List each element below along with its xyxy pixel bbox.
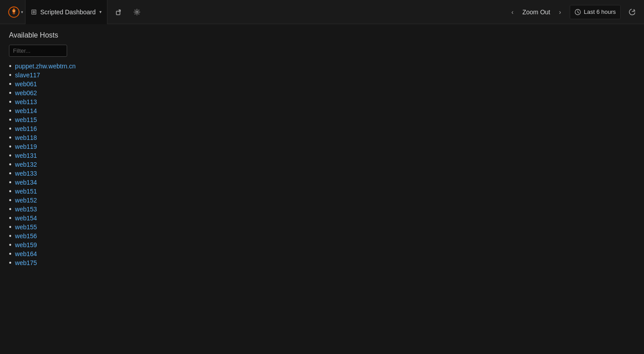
list-item: slave117 [9, 71, 635, 79]
host-link[interactable]: puppet.zhw.webtrn.cn [15, 63, 76, 70]
svg-rect-2 [116, 11, 120, 15]
host-link[interactable]: web151 [15, 188, 37, 195]
topnav: ▾ ⊞ Scripted Dashboard ▾ [0, 0, 644, 24]
host-link[interactable]: web113 [15, 98, 37, 105]
list-item: web159 [9, 241, 635, 249]
refresh-button[interactable] [624, 5, 639, 19]
time-range-label: Last 6 hours [584, 8, 616, 15]
host-link[interactable]: web152 [15, 197, 37, 204]
host-link[interactable]: web061 [15, 80, 37, 88]
filter-input[interactable] [9, 45, 67, 57]
list-item: web113 [9, 98, 635, 106]
host-link[interactable]: web131 [15, 152, 37, 159]
list-item: web151 [9, 187, 635, 195]
list-item: web152 [9, 196, 635, 204]
zoom-forward-button[interactable]: › [554, 6, 566, 18]
host-link[interactable]: web115 [15, 116, 37, 123]
logo-dropdown-arrow: ▾ [21, 10, 23, 14]
svg-point-1 [13, 12, 15, 14]
list-item: web116 [9, 125, 635, 133]
list-item: web153 [9, 205, 635, 213]
settings-button[interactable] [129, 4, 145, 20]
host-link[interactable]: web133 [15, 170, 37, 177]
dashboard-dropdown-arrow: ▾ [99, 9, 102, 14]
sidebar-drag-handle[interactable] [0, 24, 4, 354]
host-link[interactable]: web118 [15, 134, 37, 141]
list-item: web115 [9, 116, 635, 124]
list-item: web134 [9, 178, 635, 186]
list-item: web119 [9, 143, 635, 151]
host-list: puppet.zhw.webtrn.cnslave117web061web062… [9, 62, 635, 267]
zoom-out-label[interactable]: Zoom Out [520, 8, 552, 16]
list-item: web062 [9, 89, 635, 97]
list-item: web154 [9, 214, 635, 222]
host-link[interactable]: web159 [15, 241, 37, 249]
host-link[interactable]: web175 [15, 259, 37, 266]
time-range-button[interactable]: Last 6 hours [570, 5, 621, 19]
host-link[interactable]: slave117 [15, 72, 40, 79]
topnav-actions [111, 4, 145, 20]
list-item: web164 [9, 250, 635, 258]
dashboard-grid-icon: ⊞ [31, 8, 37, 16]
grafana-logo-button[interactable]: ▾ [5, 0, 25, 24]
list-item: web061 [9, 80, 635, 88]
host-link[interactable]: web119 [15, 143, 37, 150]
dashboard-title: Scripted Dashboard [40, 8, 96, 16]
host-link[interactable]: web132 [15, 161, 37, 168]
host-link[interactable]: web116 [15, 125, 37, 132]
host-link[interactable]: web154 [15, 215, 37, 222]
host-link[interactable]: web114 [15, 107, 37, 114]
list-item: web156 [9, 232, 635, 240]
dashboard-title-area[interactable]: ⊞ Scripted Dashboard ▾ [25, 0, 107, 24]
svg-point-3 [136, 11, 138, 13]
host-link[interactable]: web164 [15, 250, 37, 257]
list-item: web114 [9, 107, 635, 115]
list-item: web131 [9, 152, 635, 160]
host-link[interactable]: web134 [15, 179, 37, 186]
host-link[interactable]: web062 [15, 89, 37, 97]
list-item: web133 [9, 169, 635, 177]
list-item: puppet.zhw.webtrn.cn [9, 62, 635, 70]
list-item: web155 [9, 223, 635, 231]
main-content: Available Hosts puppet.zhw.webtrn.cnslav… [0, 24, 644, 275]
share-button[interactable] [111, 4, 127, 20]
host-link[interactable]: web153 [15, 206, 37, 213]
list-item: web118 [9, 134, 635, 142]
zoom-back-button[interactable]: ‹ [506, 6, 519, 18]
host-link[interactable]: web155 [15, 223, 37, 231]
topnav-right: ‹ Zoom Out › Last 6 hours [506, 5, 639, 19]
topnav-left: ▾ ⊞ Scripted Dashboard ▾ [5, 0, 506, 24]
host-link[interactable]: web156 [15, 232, 37, 240]
list-item: web132 [9, 160, 635, 169]
list-item: web175 [9, 259, 635, 267]
section-title: Available Hosts [9, 31, 635, 39]
